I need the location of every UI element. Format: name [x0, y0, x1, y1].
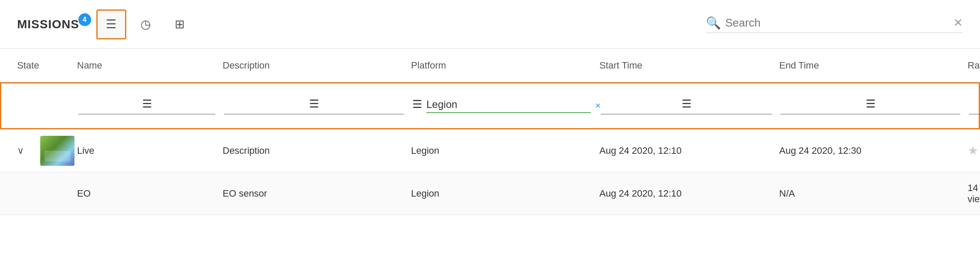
missions-label: MISSIONS 4	[17, 18, 79, 31]
row1-rating: ★ ★ ★ ★ ★	[968, 143, 980, 158]
col-header-description: Description	[223, 60, 411, 71]
filter-cell-rating: ☰	[969, 97, 980, 114]
platform-filter-clear[interactable]: ×	[595, 100, 601, 111]
col-header-rating-views: Rating/Views	[968, 60, 980, 71]
row1-description: Description	[223, 145, 411, 156]
row2-description: EO sensor	[223, 188, 411, 199]
col-header-state: State	[17, 60, 77, 71]
column-headers: State Name Description Platform Start Ti…	[0, 49, 980, 82]
filter-desc-icon: ☰	[309, 97, 319, 111]
search-section: 🔍 ✕	[706, 16, 963, 33]
row2-platform: Legion	[411, 188, 599, 199]
filter-cell-name: ☰	[78, 97, 224, 114]
filter-cell-start-time: ☰	[601, 97, 780, 114]
data-section: ∨ Live Description Legion Aug 24 2020, 1…	[0, 129, 980, 257]
row2-state-cell	[17, 190, 77, 197]
expand-button[interactable]: ∨	[17, 145, 34, 156]
row1-start-time: Aug 24 2020, 12:10	[599, 145, 779, 156]
map-icon-button[interactable]: ⊞	[165, 9, 195, 39]
filter-cell-platform: ☰ Legion ×	[412, 98, 601, 114]
row2-views: 14 views	[968, 182, 980, 205]
filter-name-icon: ☰	[142, 97, 152, 111]
row2-end-time: N/A	[779, 188, 968, 199]
header-icons: ☰ ◷ ⊞	[96, 9, 195, 39]
filter-endtime-icon: ☰	[866, 97, 876, 111]
missions-section: MISSIONS 4	[17, 18, 79, 31]
search-icon: 🔍	[706, 16, 721, 30]
table-row: EO EO sensor Legion Aug 24 2020, 12:10 N…	[0, 172, 980, 215]
clock-icon: ◷	[140, 17, 151, 31]
col-header-start-time: Start Time	[599, 60, 779, 71]
filter-lines-icon: ☰	[106, 17, 116, 31]
row1-name: Live	[77, 145, 223, 156]
search-clear-icon[interactable]: ✕	[953, 16, 963, 30]
filter-cell-end-time: ☰	[780, 97, 969, 114]
filter-starttime-icon: ☰	[682, 97, 691, 111]
row2-name: EO	[77, 188, 223, 199]
filter-cell-description: ☰	[224, 97, 412, 114]
search-input[interactable]	[725, 16, 949, 30]
star-1: ★	[968, 143, 978, 158]
star-rating: ★ ★ ★ ★ ★	[968, 143, 980, 158]
row1-state-cell: ∨	[17, 136, 77, 166]
filter-icon-button[interactable]: ☰	[96, 9, 126, 39]
platform-filter-value: Legion	[426, 99, 591, 113]
filter-row: ☰ ☰ ☰ Legion × ☰ ☰ ☰	[0, 82, 980, 129]
row1-thumbnail	[40, 136, 74, 166]
col-header-name: Name	[77, 60, 223, 71]
missions-badge: 4	[78, 13, 91, 26]
row1-end-time: Aug 24 2020, 12:30	[779, 145, 968, 156]
map-icon: ⊞	[175, 17, 185, 31]
col-header-end-time: End Time	[779, 60, 968, 71]
row2-start-time: Aug 24 2020, 12:10	[599, 188, 779, 199]
table-row: ∨ Live Description Legion Aug 24 2020, 1…	[0, 129, 980, 172]
col-header-platform: Platform	[411, 60, 599, 71]
filter-platform-icon: ☰	[412, 98, 422, 111]
header: MISSIONS 4 ☰ ◷ ⊞ 🔍 ✕	[0, 0, 980, 49]
clock-icon-button[interactable]: ◷	[131, 9, 161, 39]
row1-platform: Legion	[411, 145, 599, 156]
